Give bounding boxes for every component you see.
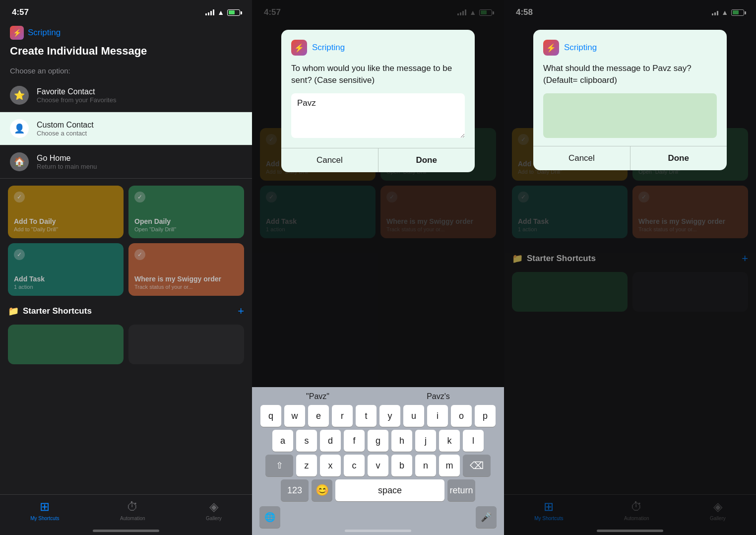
key-m[interactable]: m (439, 455, 460, 476)
key-q[interactable]: q (260, 405, 281, 427)
dialog-done-middle[interactable]: Done (378, 148, 475, 172)
keyboard: "Pavz" Pavz's q w e r t y u i o p a s d … (252, 387, 504, 535)
wifi-icon: ▲ (217, 8, 224, 16)
autocomplete-pavz-quoted[interactable]: "Pavz" (257, 392, 378, 401)
home-text: Go Home Return to main menu (37, 154, 97, 170)
starter-card1-left[interactable] (8, 325, 124, 364)
key-i[interactable]: i (427, 405, 448, 427)
home-icon: 🏠 (10, 152, 29, 171)
key-space[interactable]: space (335, 479, 444, 501)
key-globe[interactable]: 🌐 (259, 506, 280, 528)
key-k[interactable]: k (439, 430, 460, 452)
key-e[interactable]: e (308, 405, 329, 427)
key-x[interactable]: x (320, 455, 341, 476)
custom-title: Custom Contact (37, 121, 94, 130)
dialog-empty-input-right (543, 93, 717, 138)
dialog-cancel-middle[interactable]: Cancel (281, 148, 378, 172)
favorite-icon: ⭐ (10, 86, 29, 105)
favorite-title: Favorite Contact (37, 87, 116, 96)
key-r[interactable]: r (332, 405, 353, 427)
dialog-input-middle[interactable]: Pavz (291, 93, 465, 138)
starter-plus-left[interactable]: + (238, 305, 244, 318)
key-w[interactable]: w (284, 405, 305, 427)
key-b[interactable]: b (391, 455, 412, 476)
starter-card2-left[interactable] (128, 325, 244, 364)
dialog-scripting-label-middle: Scripting (312, 43, 345, 53)
option-home[interactable]: 🏠 Go Home Return to main menu (0, 145, 252, 179)
card-swiggy-title: Where is my Swiggy order (134, 275, 238, 283)
option-custom[interactable]: 👤 Custom Contact Choose a contact (0, 112, 252, 145)
dialog-scripting-icon-right: ⚡ (543, 40, 559, 56)
nav-gallery-left[interactable]: ◈ Gallery (206, 500, 222, 521)
key-t[interactable]: t (356, 405, 377, 427)
option-favorite[interactable]: ⭐ Favorite Contact Choose from your Favo… (0, 79, 252, 112)
scripting-header-left: ⚡ Scripting (0, 22, 252, 42)
bottom-nav-left: ⊞ My Shortcuts ⏱ Automation ◈ Gallery (0, 494, 252, 535)
key-a[interactable]: a (272, 430, 293, 452)
card-swiggy[interactable]: ✓ Where is my Swiggy order Track status … (128, 243, 244, 296)
key-mic[interactable]: 🎤 (476, 506, 497, 528)
key-s[interactable]: s (296, 430, 317, 452)
key-d[interactable]: d (320, 430, 341, 452)
dialog-scripting-label-right: Scripting (564, 43, 597, 53)
key-shift[interactable]: ⇧ (265, 455, 293, 476)
nav-my-shortcuts-left[interactable]: ⊞ My Shortcuts (30, 500, 59, 521)
card-open-daily[interactable]: ✓ Open Daily Open "Daily Drill" (128, 186, 244, 238)
key-f[interactable]: f (344, 430, 365, 452)
kb-row-2: a s d f g h j k l (253, 430, 503, 452)
card-open-daily-title: Open Daily (134, 217, 238, 225)
key-l[interactable]: l (463, 430, 484, 452)
scripting-label-left[interactable]: Scripting (28, 28, 61, 38)
automation-icon-left: ⏱ (126, 500, 138, 514)
home-title: Go Home (37, 154, 97, 163)
favorite-text: Favorite Contact Choose from your Favori… (37, 87, 116, 104)
status-bar-left: 4:57 ▲ (0, 0, 252, 22)
kb-row-1: q w e r t y u i o p (253, 405, 503, 427)
dialog-buttons-middle: Cancel Done (281, 148, 475, 172)
dialog-buttons-right: Cancel Done (533, 146, 727, 170)
key-h[interactable]: h (391, 430, 412, 452)
key-p[interactable]: p (475, 405, 496, 427)
dialog-cancel-right[interactable]: Cancel (533, 146, 630, 170)
dialog-body-middle: To whom would you like the message to be… (281, 61, 475, 148)
card-add-daily-title: Add To Daily (14, 217, 118, 225)
key-n[interactable]: n (415, 455, 436, 476)
kb-row-5: 🌐 🎤 (253, 504, 503, 530)
card-swiggy-sub: Track status of your or... (134, 284, 238, 290)
key-emoji[interactable]: 😊 (312, 479, 332, 501)
key-z[interactable]: z (296, 455, 317, 476)
key-j[interactable]: j (415, 430, 436, 452)
option-list: ⭐ Favorite Contact Choose from your Favo… (0, 79, 252, 179)
key-delete[interactable]: ⌫ (463, 455, 491, 476)
home-indicator-middle (345, 530, 411, 532)
card-check-icon3: ✓ (14, 249, 25, 260)
autocomplete-row: "Pavz" Pavz's (253, 390, 503, 405)
dialog-header-middle: ⚡ Scripting (281, 30, 475, 61)
dialog-question-right: What should the message to Pavz say? (De… (543, 63, 717, 86)
card-check-icon2: ✓ (134, 192, 145, 202)
dialog-header-right: ⚡ Scripting (533, 30, 727, 61)
key-g[interactable]: g (368, 430, 388, 452)
dialog-box-middle: ⚡ Scripting To whom would you like the m… (281, 30, 475, 172)
key-o[interactable]: o (451, 405, 472, 427)
key-123[interactable]: 123 (281, 479, 309, 501)
starter-grid-left (0, 322, 252, 369)
gallery-label-left: Gallery (206, 516, 222, 521)
card-add-task[interactable]: ✓ Add Task 1 action (8, 243, 124, 296)
left-panel: 4:57 ▲ ⚡ Scripting Create Individual Mes… (0, 0, 252, 535)
dialog-overlay-right: ⚡ Scripting What should the message to P… (504, 0, 756, 535)
card-check-icon4: ✓ (134, 249, 145, 260)
folder-icon-left: 📁 (8, 306, 19, 317)
key-u[interactable]: u (403, 405, 424, 427)
custom-icon: 👤 (10, 119, 29, 138)
key-return[interactable]: return (447, 479, 475, 501)
key-v[interactable]: v (368, 455, 388, 476)
key-c[interactable]: c (344, 455, 365, 476)
nav-automation-left[interactable]: ⏱ Automation (120, 500, 145, 521)
dialog-box-right: ⚡ Scripting What should the message to P… (533, 30, 727, 170)
card-add-daily[interactable]: ✓ Add To Daily Add to "Daily Drill" (8, 186, 124, 238)
key-y[interactable]: y (379, 405, 400, 427)
scripting-app-icon-left: ⚡ (10, 26, 24, 40)
dialog-done-right[interactable]: Done (630, 146, 727, 170)
autocomplete-pavzs[interactable]: Pavz's (378, 392, 499, 401)
